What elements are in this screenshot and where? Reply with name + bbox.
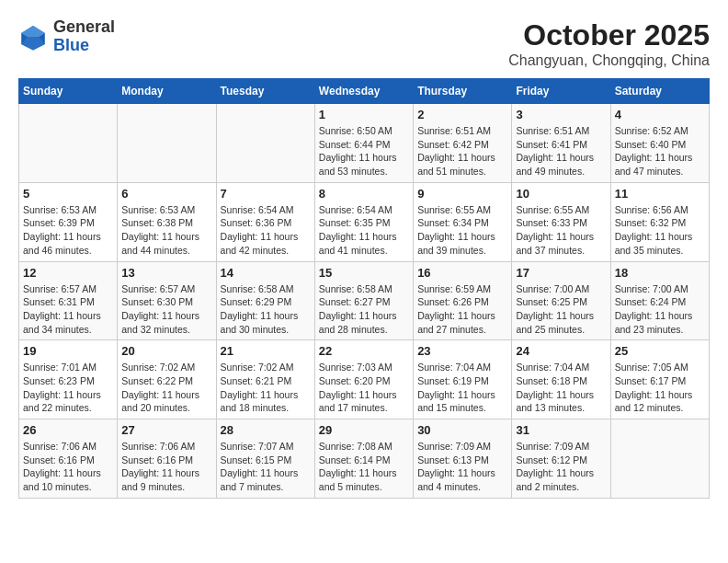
calendar-cell: 24Sunrise: 7:04 AMSunset: 6:18 PMDayligh… bbox=[512, 340, 610, 419]
calendar-cell: 17Sunrise: 7:00 AMSunset: 6:25 PMDayligh… bbox=[512, 261, 610, 340]
day-info: Sunrise: 7:06 AMSunset: 6:16 PMDaylight:… bbox=[23, 440, 113, 494]
calendar-cell: 25Sunrise: 7:05 AMSunset: 6:17 PMDayligh… bbox=[610, 340, 709, 419]
day-number: 5 bbox=[23, 187, 113, 201]
day-number: 4 bbox=[615, 108, 705, 121]
day-info: Sunrise: 6:55 AMSunset: 6:34 PMDaylight:… bbox=[417, 203, 507, 258]
day-number: 2 bbox=[417, 108, 507, 121]
day-info: Sunrise: 6:58 AMSunset: 6:27 PMDaylight:… bbox=[319, 282, 409, 337]
day-number: 26 bbox=[23, 423, 113, 437]
calendar-table: SundayMondayTuesdayWednesdayThursdayFrid… bbox=[18, 78, 710, 499]
calendar-cell bbox=[118, 104, 216, 183]
day-number: 11 bbox=[615, 187, 705, 201]
day-number: 24 bbox=[516, 344, 606, 358]
day-info: Sunrise: 6:56 AMSunset: 6:32 PMDaylight:… bbox=[615, 203, 705, 258]
calendar-cell: 13Sunrise: 6:57 AMSunset: 6:30 PMDayligh… bbox=[118, 261, 216, 340]
day-number: 23 bbox=[417, 344, 507, 358]
day-number: 7 bbox=[221, 187, 311, 201]
day-number: 20 bbox=[121, 344, 211, 358]
weekday-header-saturday: Saturday bbox=[610, 79, 709, 104]
calendar-cell: 5Sunrise: 6:53 AMSunset: 6:39 PMDaylight… bbox=[19, 182, 118, 261]
day-info: Sunrise: 7:02 AMSunset: 6:22 PMDaylight:… bbox=[121, 361, 211, 415]
calendar-cell: 16Sunrise: 6:59 AMSunset: 6:26 PMDayligh… bbox=[414, 261, 512, 340]
day-number: 10 bbox=[516, 187, 606, 201]
calendar-cell bbox=[216, 104, 314, 183]
page-subtitle: Changyuan, Chongqing, China bbox=[508, 52, 710, 69]
calendar-cell: 29Sunrise: 7:08 AMSunset: 6:14 PMDayligh… bbox=[314, 419, 413, 499]
day-info: Sunrise: 7:04 AMSunset: 6:19 PMDaylight:… bbox=[417, 361, 507, 415]
calendar-cell: 28Sunrise: 7:07 AMSunset: 6:15 PMDayligh… bbox=[216, 419, 314, 499]
calendar-cell: 6Sunrise: 6:53 AMSunset: 6:38 PMDaylight… bbox=[118, 182, 216, 261]
day-info: Sunrise: 7:02 AMSunset: 6:21 PMDaylight:… bbox=[221, 361, 311, 415]
calendar-cell: 18Sunrise: 7:00 AMSunset: 6:24 PMDayligh… bbox=[610, 261, 709, 340]
calendar-cell: 3Sunrise: 6:51 AMSunset: 6:41 PMDaylight… bbox=[512, 104, 610, 183]
calendar-cell: 15Sunrise: 6:58 AMSunset: 6:27 PMDayligh… bbox=[314, 261, 413, 340]
day-info: Sunrise: 6:51 AMSunset: 6:41 PMDaylight:… bbox=[516, 124, 606, 178]
calendar-cell: 14Sunrise: 6:58 AMSunset: 6:29 PMDayligh… bbox=[216, 261, 314, 340]
weekday-header-sunday: Sunday bbox=[19, 79, 118, 104]
day-number: 29 bbox=[319, 423, 409, 437]
weekday-header-friday: Friday bbox=[512, 79, 610, 104]
day-info: Sunrise: 6:58 AMSunset: 6:29 PMDaylight:… bbox=[221, 282, 311, 337]
page-header: General Blue October 2025 Changyuan, Cho… bbox=[18, 18, 710, 69]
day-info: Sunrise: 6:57 AMSunset: 6:31 PMDaylight:… bbox=[23, 282, 113, 337]
day-info: Sunrise: 6:59 AMSunset: 6:26 PMDaylight:… bbox=[417, 282, 507, 337]
calendar-cell: 31Sunrise: 7:09 AMSunset: 6:12 PMDayligh… bbox=[512, 419, 610, 499]
logo-text: General Blue bbox=[53, 18, 115, 55]
title-block: October 2025 Changyuan, Chongqing, China bbox=[508, 18, 710, 69]
day-number: 14 bbox=[221, 266, 311, 280]
day-info: Sunrise: 7:01 AMSunset: 6:23 PMDaylight:… bbox=[23, 361, 113, 415]
calendar-week-1: 1Sunrise: 6:50 AMSunset: 6:44 PMDaylight… bbox=[19, 104, 710, 183]
day-info: Sunrise: 7:03 AMSunset: 6:20 PMDaylight:… bbox=[319, 361, 409, 415]
day-info: Sunrise: 6:57 AMSunset: 6:30 PMDaylight:… bbox=[121, 282, 211, 337]
day-number: 22 bbox=[319, 344, 409, 358]
calendar-cell: 4Sunrise: 6:52 AMSunset: 6:40 PMDaylight… bbox=[610, 104, 709, 183]
day-number: 9 bbox=[417, 187, 507, 201]
calendar-cell: 12Sunrise: 6:57 AMSunset: 6:31 PMDayligh… bbox=[19, 261, 118, 340]
calendar-cell: 9Sunrise: 6:55 AMSunset: 6:34 PMDaylight… bbox=[414, 182, 512, 261]
day-info: Sunrise: 6:50 AMSunset: 6:44 PMDaylight:… bbox=[319, 124, 409, 178]
day-number: 6 bbox=[121, 187, 211, 201]
calendar-cell: 10Sunrise: 6:55 AMSunset: 6:33 PMDayligh… bbox=[512, 182, 610, 261]
svg-marker-1 bbox=[21, 26, 45, 37]
calendar-week-3: 12Sunrise: 6:57 AMSunset: 6:31 PMDayligh… bbox=[19, 261, 710, 340]
calendar-week-4: 19Sunrise: 7:01 AMSunset: 6:23 PMDayligh… bbox=[19, 340, 710, 419]
calendar-week-5: 26Sunrise: 7:06 AMSunset: 6:16 PMDayligh… bbox=[19, 419, 710, 499]
day-number: 15 bbox=[319, 266, 409, 280]
calendar-cell: 22Sunrise: 7:03 AMSunset: 6:20 PMDayligh… bbox=[314, 340, 413, 419]
calendar-cell: 23Sunrise: 7:04 AMSunset: 6:19 PMDayligh… bbox=[414, 340, 512, 419]
day-info: Sunrise: 7:05 AMSunset: 6:17 PMDaylight:… bbox=[615, 361, 705, 415]
day-info: Sunrise: 7:00 AMSunset: 6:25 PMDaylight:… bbox=[516, 282, 606, 337]
weekday-header-row: SundayMondayTuesdayWednesdayThursdayFrid… bbox=[19, 79, 710, 104]
day-number: 17 bbox=[516, 266, 606, 280]
calendar-cell: 27Sunrise: 7:06 AMSunset: 6:16 PMDayligh… bbox=[118, 419, 216, 499]
day-number: 13 bbox=[121, 266, 211, 280]
calendar-cell: 26Sunrise: 7:06 AMSunset: 6:16 PMDayligh… bbox=[19, 419, 118, 499]
calendar-cell: 30Sunrise: 7:09 AMSunset: 6:13 PMDayligh… bbox=[414, 419, 512, 499]
calendar-cell: 11Sunrise: 6:56 AMSunset: 6:32 PMDayligh… bbox=[610, 182, 709, 261]
day-info: Sunrise: 7:09 AMSunset: 6:12 PMDaylight:… bbox=[516, 440, 606, 494]
day-info: Sunrise: 7:07 AMSunset: 6:15 PMDaylight:… bbox=[221, 440, 311, 494]
day-number: 21 bbox=[221, 344, 311, 358]
logo: General Blue bbox=[18, 18, 115, 55]
calendar-cell: 20Sunrise: 7:02 AMSunset: 6:22 PMDayligh… bbox=[118, 340, 216, 419]
day-info: Sunrise: 6:55 AMSunset: 6:33 PMDaylight:… bbox=[516, 203, 606, 258]
day-info: Sunrise: 6:51 AMSunset: 6:42 PMDaylight:… bbox=[417, 124, 507, 178]
day-info: Sunrise: 7:00 AMSunset: 6:24 PMDaylight:… bbox=[615, 282, 705, 337]
day-info: Sunrise: 7:04 AMSunset: 6:18 PMDaylight:… bbox=[516, 361, 606, 415]
logo-icon bbox=[18, 22, 48, 52]
day-info: Sunrise: 7:08 AMSunset: 6:14 PMDaylight:… bbox=[319, 440, 409, 494]
day-number: 16 bbox=[417, 266, 507, 280]
day-number: 27 bbox=[121, 423, 211, 437]
day-number: 1 bbox=[319, 108, 409, 121]
calendar-cell: 1Sunrise: 6:50 AMSunset: 6:44 PMDaylight… bbox=[314, 104, 413, 183]
day-info: Sunrise: 6:54 AMSunset: 6:35 PMDaylight:… bbox=[319, 203, 409, 258]
calendar-cell bbox=[19, 104, 118, 183]
day-number: 28 bbox=[221, 423, 311, 437]
day-info: Sunrise: 7:09 AMSunset: 6:13 PMDaylight:… bbox=[417, 440, 507, 494]
calendar-week-2: 5Sunrise: 6:53 AMSunset: 6:39 PMDaylight… bbox=[19, 182, 710, 261]
weekday-header-wednesday: Wednesday bbox=[314, 79, 413, 104]
calendar-cell: 19Sunrise: 7:01 AMSunset: 6:23 PMDayligh… bbox=[19, 340, 118, 419]
day-number: 8 bbox=[319, 187, 409, 201]
weekday-header-monday: Monday bbox=[118, 79, 216, 104]
weekday-header-tuesday: Tuesday bbox=[216, 79, 314, 104]
